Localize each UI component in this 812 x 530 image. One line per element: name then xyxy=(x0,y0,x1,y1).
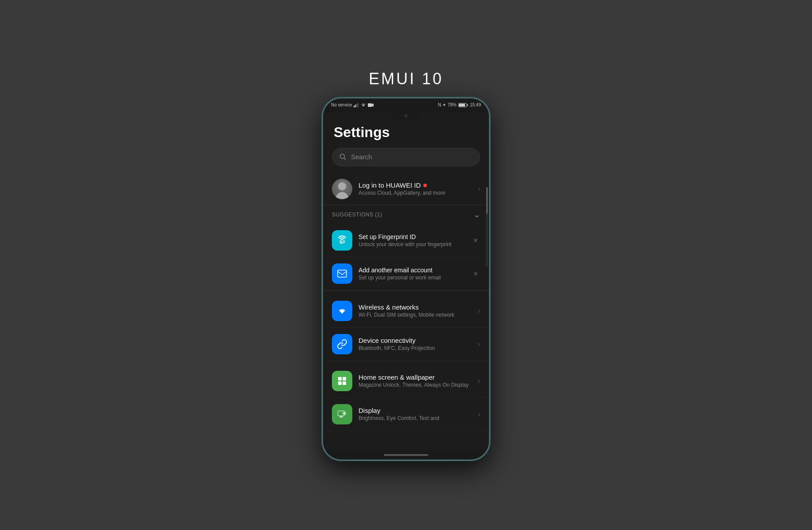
home-screen-text: Home screen & wallpaper Magazine Unlock,… xyxy=(359,373,472,388)
fingerprint-suggestion-item[interactable]: Set up Fingerprint ID Unlock your device… xyxy=(323,224,489,257)
status-bar: No service xyxy=(323,98,489,112)
avatar xyxy=(332,179,352,199)
svg-rect-14 xyxy=(343,381,346,385)
suggestions-label: SUGGESTIONS (1) xyxy=(332,212,382,218)
wireless-text: Wireless & networks Wi-Fi, Dual SIM sett… xyxy=(359,303,472,318)
huawei-id-text: Log in to HUAWEI ID Access Cloud, AppGal… xyxy=(359,181,472,196)
suggestions-section: SUGGESTIONS (1) ⌄ xyxy=(323,205,489,291)
scrollbar-thumb xyxy=(486,187,488,214)
email-icon xyxy=(337,268,347,279)
wireless-chevron: › xyxy=(478,307,480,315)
connectivity-subtitle: Bluetooth, NFC, Easy Projection xyxy=(359,345,472,351)
notch xyxy=(393,111,419,121)
connectivity-text: Device connectivity Bluetooth, NFC, Easy… xyxy=(359,337,472,351)
display-title: Display xyxy=(359,407,472,414)
suggestions-chevron: ⌄ xyxy=(473,210,480,220)
svg-rect-10 xyxy=(338,270,347,277)
phone-inner: No service xyxy=(323,98,489,459)
fingerprint-close[interactable]: ✕ xyxy=(471,235,480,246)
status-icons-text: N ✦ xyxy=(438,102,446,107)
battery-icon xyxy=(458,103,468,107)
svg-rect-6 xyxy=(459,104,465,106)
svg-rect-12 xyxy=(343,377,346,381)
avatar-graphic xyxy=(332,179,352,199)
phone-outer: No service xyxy=(322,97,490,461)
time-text: 15:49 xyxy=(470,102,481,107)
huawei-id-subtitle: Access Cloud, AppGallery, and more xyxy=(359,190,472,196)
scrollbar-track xyxy=(486,187,488,267)
home-icon-circle xyxy=(332,371,352,391)
search-bar[interactable]: Search xyxy=(332,148,480,166)
no-service-text: No service xyxy=(331,102,352,107)
home-screen-item[interactable]: Home screen & wallpaper Magazine Unlock,… xyxy=(323,365,489,398)
link-icon xyxy=(337,339,347,349)
display-icon-circle xyxy=(332,404,352,424)
email-subtitle: Set up your personal or work email xyxy=(359,275,465,281)
mute-button[interactable] xyxy=(322,216,323,243)
status-right: N ✦ 78% 15:49 xyxy=(438,102,481,107)
wireless-networks-item[interactable]: Wireless & networks Wi-Fi, Dual SIM sett… xyxy=(323,294,489,328)
display-chevron: › xyxy=(478,410,480,418)
wifi-icon-circle xyxy=(332,301,352,321)
email-title: Add another email account xyxy=(359,267,465,274)
connectivity-icon-circle xyxy=(332,334,352,354)
volume-up-button[interactable] xyxy=(322,161,323,178)
screen-content[interactable]: Settings Search xyxy=(323,112,489,451)
notification-dot xyxy=(423,184,427,187)
fingerprint-subtitle: Unlock your device with your fingerprint xyxy=(359,241,465,247)
display-subtitle: Brightness, Eye Comfort, Text and xyxy=(359,415,472,421)
battery-text: 78% xyxy=(448,102,457,107)
avatar-body xyxy=(336,192,348,199)
search-placeholder: Search xyxy=(351,153,372,161)
wireless-subtitle: Wi-Fi, Dual SIM settings, Mobile network xyxy=(359,312,472,318)
status-left: No service xyxy=(331,102,374,107)
svg-rect-11 xyxy=(338,377,342,381)
home-screen-title: Home screen & wallpaper xyxy=(359,373,472,381)
emui-title: EMUI 10 xyxy=(369,70,443,88)
svg-rect-1 xyxy=(355,105,356,107)
svg-rect-3 xyxy=(358,103,359,107)
display-item[interactable]: Display Brightness, Eye Comfort, Text an… xyxy=(323,398,489,431)
search-icon xyxy=(339,153,347,161)
email-text: Add another email account Set up your pe… xyxy=(359,267,465,281)
home-screen-chevron: › xyxy=(478,377,480,385)
huawei-id-title: Log in to HUAWEI ID xyxy=(359,181,472,189)
volume-down-button[interactable] xyxy=(322,185,323,212)
fingerprint-text: Set up Fingerprint ID Unlock your device… xyxy=(359,233,465,247)
svg-rect-7 xyxy=(467,104,468,106)
connectivity-chevron: › xyxy=(478,340,480,348)
svg-rect-16 xyxy=(339,416,343,417)
home-screen-subtitle: Magazine Unlock, Themes, Always On Displ… xyxy=(359,382,472,388)
home-bar xyxy=(384,454,428,456)
email-icon-circle xyxy=(332,263,352,284)
wifi-status-icon xyxy=(361,103,366,107)
fingerprint-icon xyxy=(337,235,347,246)
display-icon xyxy=(337,409,347,420)
svg-line-9 xyxy=(344,158,346,160)
svg-rect-4 xyxy=(368,103,372,107)
svg-rect-13 xyxy=(338,381,342,385)
power-button[interactable] xyxy=(489,178,490,205)
fingerprint-icon-circle xyxy=(332,230,352,251)
connectivity-title: Device connectivity xyxy=(359,337,472,344)
huawei-id-chevron: › xyxy=(478,185,480,193)
home-icon xyxy=(337,376,347,386)
device-connectivity-item[interactable]: Device connectivity Bluetooth, NFC, Easy… xyxy=(323,328,489,361)
home-indicator xyxy=(323,451,489,459)
fingerprint-title: Set up Fingerprint ID xyxy=(359,233,465,240)
huawei-id-item[interactable]: Log in to HUAWEI ID Access Cloud, AppGal… xyxy=(323,173,489,205)
wifi-icon xyxy=(337,306,347,316)
wireless-title: Wireless & networks xyxy=(359,303,472,311)
front-camera xyxy=(404,114,408,118)
svg-rect-2 xyxy=(356,104,357,107)
video-icon xyxy=(368,103,374,107)
page-container: EMUI 10 No service xyxy=(0,0,812,530)
email-close[interactable]: ✕ xyxy=(471,268,480,279)
huawei-id-title-text: Log in to HUAWEI ID xyxy=(359,181,421,189)
suggestions-header[interactable]: SUGGESTIONS (1) ⌄ xyxy=(323,205,489,224)
avatar-head xyxy=(338,182,346,190)
svg-rect-0 xyxy=(354,106,355,107)
signal-icon xyxy=(354,103,359,107)
display-text: Display Brightness, Eye Comfort, Text an… xyxy=(359,407,472,421)
email-suggestion-item[interactable]: Add another email account Set up your pe… xyxy=(323,257,489,291)
